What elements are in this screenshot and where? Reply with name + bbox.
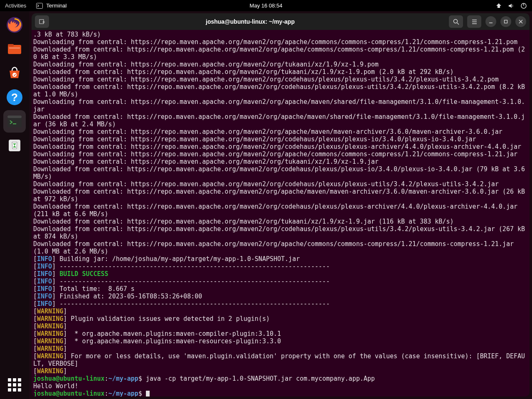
term-line: Downloaded from central: https://repo.ma… — [33, 240, 517, 255]
svg-rect-0 — [37, 3, 43, 8]
term-line: [INFO] ---------------------------------… — [33, 300, 330, 308]
term-line: Downloaded from central: https://repo.ma… — [33, 188, 529, 203]
clock[interactable]: May 16 08:54 — [250, 2, 283, 9]
svg-text:?: ? — [11, 91, 18, 103]
term-line: Downloading from central: https://repo.m… — [33, 98, 525, 113]
term-line: Downloading from central: https://repo.m… — [33, 61, 379, 68]
minimize-icon — [488, 19, 493, 24]
term-line: Downloaded from central: https://repo.ma… — [33, 68, 453, 76]
help-icon: ? — [5, 88, 24, 106]
dock: ? — [0, 11, 29, 399]
prompt-line: joshua@ubuntu-linux:~/my-app$ java -cp t… — [33, 375, 375, 382]
term-line: Downloaded from central: https://repo.ma… — [33, 83, 529, 98]
svg-rect-14 — [39, 20, 44, 24]
term-line: [WARNING] Plugin validation issues were … — [33, 315, 270, 323]
svg-point-17 — [453, 19, 457, 23]
term-line: [INFO] BUILD SUCCESS — [33, 270, 108, 278]
network-icon[interactable] — [495, 3, 502, 9]
software-icon — [5, 64, 24, 82]
terminal-icon — [5, 112, 24, 131]
term-line: Downloading from central: https://repo.m… — [33, 135, 476, 143]
term-line: [WARNING] — [33, 345, 67, 352]
dock-files[interactable] — [3, 38, 26, 60]
dock-software[interactable] — [3, 62, 26, 84]
term-line: Hello World! — [33, 382, 78, 390]
terminal-body[interactable]: .3 kB at 783 kB/s) Downloading from cent… — [32, 30, 530, 397]
activities-button[interactable]: Activities — [5, 2, 26, 9]
maximize-button[interactable] — [500, 16, 511, 27]
search-button[interactable] — [449, 15, 463, 28]
titlebar: joshua@ubuntu-linux: ~/my-app — [32, 13, 530, 30]
firefox-icon — [5, 16, 24, 34]
term-line: Downloaded from central: https://repo.ma… — [33, 203, 521, 218]
dock-firefox[interactable] — [3, 14, 26, 36]
topbar-app-name: Terminal — [46, 2, 66, 9]
files-icon — [5, 40, 24, 58]
term-line: Downloading from central: https://repo.m… — [33, 38, 517, 46]
trash-icon — [5, 136, 24, 155]
hamburger-icon — [471, 19, 478, 25]
search-icon — [453, 19, 459, 25]
topbar-app[interactable]: Terminal — [36, 2, 66, 9]
gnome-topbar: Activities Terminal May 16 08:54 — [0, 0, 532, 11]
close-button[interactable] — [515, 16, 526, 27]
term-line: [WARNING] * org.apache.maven.plugins:mav… — [33, 337, 281, 345]
menu-button[interactable] — [467, 15, 481, 28]
term-line: [WARNING] For more or less details, use … — [33, 352, 525, 367]
term-line: Downloading from central: https://repo.m… — [33, 76, 499, 83]
term-line: [WARNING] — [33, 367, 67, 375]
show-apps-button[interactable] — [8, 378, 21, 392]
new-tab-button[interactable] — [35, 15, 49, 28]
maximize-icon — [503, 19, 508, 24]
term-line: Downloaded from central: https://repo.ma… — [33, 46, 525, 61]
term-line: [WARNING] — [33, 308, 67, 315]
term-line: Downloading from central: https://repo.m… — [33, 143, 521, 150]
power-icon[interactable] — [520, 2, 527, 9]
terminal-window: joshua@ubuntu-linux: ~/my-app .3 kB at 7… — [32, 13, 530, 397]
term-line: Downloading from central: https://repo.m… — [33, 158, 379, 165]
term-line: [INFO] ---------------------------------… — [33, 278, 330, 285]
new-tab-icon — [39, 18, 45, 25]
cursor — [146, 391, 150, 397]
term-line: Downloaded from central: https://repo.ma… — [33, 225, 529, 240]
volume-icon[interactable] — [508, 3, 515, 9]
minimize-button[interactable] — [485, 16, 496, 27]
svg-rect-11 — [7, 116, 22, 118]
svg-rect-6 — [9, 47, 20, 49]
svg-point-7 — [12, 73, 17, 77]
term-line: Downloading from central: https://repo.m… — [33, 128, 502, 135]
term-line: Downloaded from central: https://repo.ma… — [33, 165, 529, 180]
window-title: joshua@ubuntu-linux: ~/my-app — [52, 18, 449, 25]
svg-rect-5 — [8, 44, 14, 47]
term-line: [INFO] Total time: 8.667 s — [33, 285, 135, 293]
dock-help[interactable]: ? — [3, 86, 26, 108]
term-line: [WARNING] * org.apache.maven.plugins:mav… — [33, 330, 281, 337]
dock-trash[interactable] — [3, 134, 26, 157]
term-line: [INFO] Finished at: 2023-05-16T08:53:26+… — [33, 293, 202, 300]
term-line: [WARNING] — [33, 323, 67, 330]
term-line: Downloading from central: https://repo.m… — [33, 180, 499, 188]
close-icon — [518, 19, 523, 24]
dock-terminal[interactable] — [3, 110, 26, 133]
svg-line-18 — [457, 23, 459, 25]
term-line: [INFO] ---------------------------------… — [33, 263, 330, 270]
term-line: Downloaded from central: https://repo.ma… — [33, 218, 453, 225]
terminal-small-icon — [36, 3, 43, 9]
term-line: Downloading from central: https://repo.m… — [33, 150, 517, 158]
prompt-line: joshua@ubuntu-linux:~/my-app$ — [33, 390, 150, 397]
svg-rect-23 — [505, 20, 507, 23]
term-line: [INFO] Building jar: /home/joshua/my-app… — [33, 255, 300, 263]
term-line: .3 kB at 783 kB/s) — [33, 31, 101, 38]
term-line: Downloaded from central: https://repo.ma… — [33, 113, 525, 128]
